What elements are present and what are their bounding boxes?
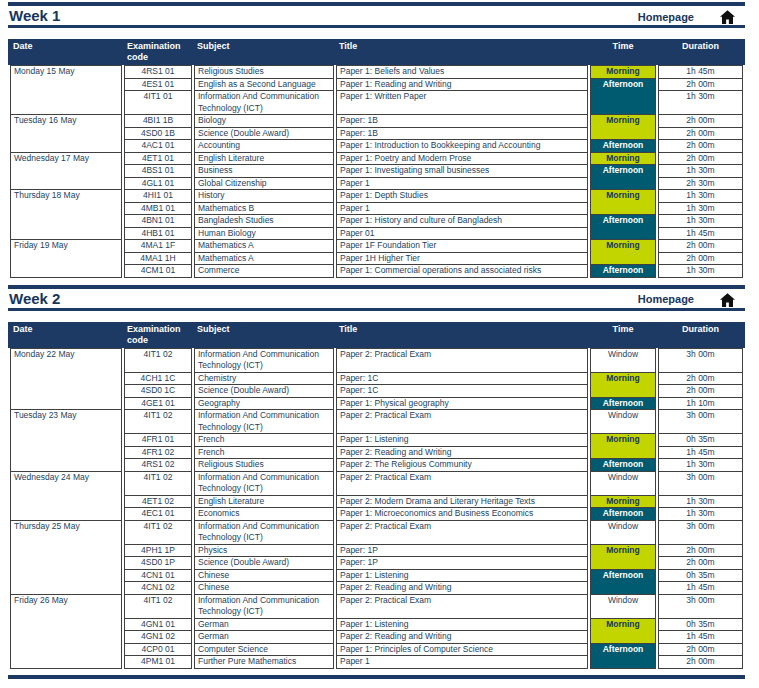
exam-code-cell: 4IT1 02	[124, 348, 192, 373]
page-bottom-rule	[8, 675, 745, 679]
title-cell: Paper 1H Higher Tier	[336, 253, 588, 266]
exam-row: Friday 19 May4MA1 1FMathematics APaper 1…	[10, 240, 743, 253]
subject-cell: Religious Studies	[194, 65, 334, 79]
exam-code-cell: 4BS1 01	[124, 165, 192, 178]
home-icon[interactable]	[720, 293, 735, 307]
exam-code-cell: 4HB1 01	[124, 228, 192, 241]
subject-cell: Information And Communication Technology…	[194, 595, 334, 619]
title-cell: Paper 2: Practical Exam	[336, 410, 588, 434]
title-cell: Paper: 1P	[336, 545, 588, 558]
homepage-link[interactable]: Homepage	[638, 293, 694, 306]
time-cell-morning: Morning	[590, 373, 656, 398]
duration-cell: 1h 30m	[658, 91, 743, 115]
exam-code-cell: 4PM1 01	[124, 656, 192, 669]
exam-timetable: Monday 15 May4RS1 01Religious StudiesPap…	[8, 65, 745, 278]
home-icon-glyph	[720, 293, 735, 307]
time-cell-window: Window	[590, 595, 656, 619]
time-cell-window: Window	[590, 472, 656, 496]
duration-cell: 2h 00m	[658, 115, 743, 128]
exam-code-cell: 4CM1 01	[124, 265, 192, 278]
duration-cell: 1h 45m	[658, 65, 743, 79]
week-section-1: Week 1HomepageDateExamination codeSubjec…	[8, 2, 745, 278]
duration-cell: 2h 00m	[658, 153, 743, 166]
time-cell-afternoon: Afternoon	[590, 644, 656, 669]
week-underline-rule	[8, 25, 745, 28]
exam-code-cell: 4PH1 1P	[124, 545, 192, 558]
duration-cell: 3h 00m	[658, 595, 743, 619]
week-section-2: Week 2HomepageDateExamination codeSubjec…	[8, 285, 745, 669]
col-header-code: Examination code	[124, 41, 192, 63]
week-underline-rule	[8, 308, 745, 311]
title-cell: Paper 1	[336, 203, 588, 216]
title-cell: Paper 1: Microeconomics and Business Eco…	[336, 508, 588, 521]
home-icon-glyph	[720, 10, 735, 24]
duration-cell: 3h 00m	[658, 521, 743, 545]
time-cell-morning: Morning	[590, 496, 656, 509]
home-icon[interactable]	[720, 10, 735, 24]
subject-cell: English Literature	[194, 153, 334, 166]
homepage-link[interactable]: Homepage	[638, 11, 694, 24]
subject-cell: Chinese	[194, 582, 334, 595]
week-header-bar: Week 2Homepage	[8, 289, 745, 308]
exam-timetable-page: Week 1HomepageDateExamination codeSubjec…	[0, 0, 759, 679]
duration-cell: 2h 00m	[658, 79, 743, 92]
exam-code-cell: 4ES1 01	[124, 79, 192, 92]
subject-cell: Science (Double Award)	[194, 385, 334, 398]
exam-code-cell: 4BN1 01	[124, 215, 192, 228]
duration-cell: 3h 00m	[658, 348, 743, 373]
exam-code-cell: 4MB1 01	[124, 203, 192, 216]
title-cell: Paper 1: Commercial operations and assoc…	[336, 265, 588, 278]
time-cell-window: Window	[590, 521, 656, 545]
exam-code-cell: 4RS1 01	[124, 65, 192, 79]
exam-row: Wednesday 24 May4IT1 02Information And C…	[10, 472, 743, 496]
exam-code-cell: 4CH1 1C	[124, 373, 192, 386]
exam-row: Thursday 18 May4HI1 01HistoryPaper 1: De…	[10, 190, 743, 203]
date-cell: Wednesday 24 May	[10, 472, 122, 521]
duration-cell: 2h 00m	[658, 253, 743, 266]
subject-cell: Mathematics A	[194, 253, 334, 266]
title-cell: Paper 1: Listening	[336, 570, 588, 583]
duration-cell: 2h 00m	[658, 545, 743, 558]
title-cell: Paper 2: Reading and Writing	[336, 631, 588, 644]
subject-cell: History	[194, 190, 334, 203]
exam-code-cell: 4EC1 01	[124, 508, 192, 521]
homepage-area: Homepage	[638, 293, 743, 307]
exam-code-cell: 4FR1 01	[124, 434, 192, 447]
col-header-time: Time	[590, 41, 656, 52]
subject-cell: Mathematics A	[194, 240, 334, 253]
duration-cell: 1h 10m	[658, 398, 743, 411]
title-cell: Paper 1	[336, 656, 588, 669]
duration-cell: 0h 35m	[658, 619, 743, 632]
exam-code-cell: 4ET1 02	[124, 496, 192, 509]
subject-cell: Information And Communication Technology…	[194, 472, 334, 496]
duration-cell: 2h 00m	[658, 656, 743, 669]
table-column-header: DateExamination codeSubjectTitleTimeDura…	[8, 39, 745, 65]
subject-cell: Commerce	[194, 265, 334, 278]
exam-code-cell: 4AC1 01	[124, 140, 192, 153]
time-cell-morning: Morning	[590, 65, 656, 79]
exam-code-cell: 4IT1 02	[124, 410, 192, 434]
exam-code-cell: 4ET1 01	[124, 153, 192, 166]
title-cell: Paper 1: Listening	[336, 434, 588, 447]
subject-cell: Accounting	[194, 140, 334, 153]
exam-code-cell: 4HI1 01	[124, 190, 192, 203]
time-cell-morning: Morning	[590, 240, 656, 265]
subject-cell: Information And Communication Technology…	[194, 348, 334, 373]
duration-cell: 1h 30m	[658, 459, 743, 472]
subject-cell: French	[194, 434, 334, 447]
exam-code-cell: 4SD0 1B	[124, 128, 192, 141]
subject-cell: Physics	[194, 545, 334, 558]
duration-cell: 2h 00m	[658, 644, 743, 657]
date-cell: Monday 22 May	[10, 348, 122, 411]
exam-row: Friday 26 May4IT1 02Information And Comm…	[10, 595, 743, 619]
subject-cell: Biology	[194, 115, 334, 128]
time-cell-afternoon: Afternoon	[590, 165, 656, 190]
week-title: Week 1	[9, 8, 60, 24]
title-cell: Paper 2: Practical Exam	[336, 348, 588, 373]
title-cell: Paper 2: Practical Exam	[336, 521, 588, 545]
exam-row: Tuesday 16 May4BI1 1BBiologyPaper: 1BMor…	[10, 115, 743, 128]
title-cell: Paper 1: Beliefs and Values	[336, 65, 588, 79]
date-cell: Tuesday 23 May	[10, 410, 122, 472]
subject-cell: Bangladesh Studies	[194, 215, 334, 228]
subject-cell: French	[194, 447, 334, 460]
